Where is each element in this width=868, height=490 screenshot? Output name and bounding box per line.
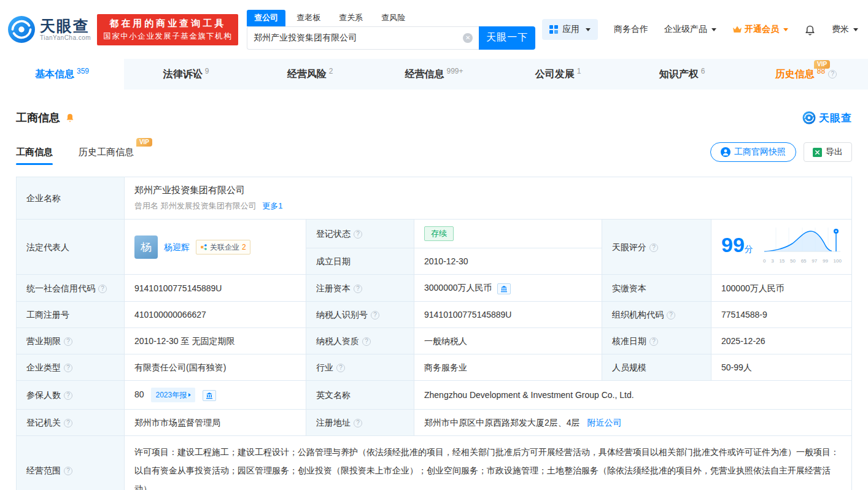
related-companies-icon: [200, 243, 207, 251]
paid-capital-value: 100000万人民币: [721, 283, 785, 293]
taxpayer-id-label: 纳税人识别号: [316, 310, 368, 320]
tab-label: 经营风险: [287, 68, 327, 81]
help-icon[interactable]: [354, 419, 362, 427]
open-vip-label: 开通会员: [745, 24, 779, 35]
open-vip-menu[interactable]: 开通会员: [732, 24, 788, 35]
tab-label: 公司发展: [535, 68, 575, 81]
reg-status-label: 登记状态: [316, 229, 351, 239]
tab-count: 1: [577, 67, 581, 75]
subscribe-bell-icon[interactable]: [65, 113, 75, 123]
search-tab-relation[interactable]: 查关系: [331, 10, 370, 26]
subtab-history-business-info[interactable]: 历史工商信息 VIP: [79, 147, 134, 158]
tab-business-info[interactable]: 经营信息999+: [372, 59, 496, 90]
help-icon[interactable]: [64, 364, 72, 372]
english-name-label: 英文名称: [316, 390, 351, 400]
apps-menu[interactable]: 应用: [542, 19, 598, 40]
tab-legal-litigation[interactable]: 法律诉讼9: [124, 59, 248, 90]
approval-date-label: 核准日期: [612, 336, 646, 346]
excel-export-icon: [813, 148, 822, 157]
help-icon[interactable]: [64, 419, 72, 427]
address-label: 注册地址: [316, 418, 351, 427]
tab-basic-info[interactable]: 基本信息359: [0, 59, 124, 90]
company-name-label-cell: 企业名称: [17, 177, 125, 220]
help-icon[interactable]: [354, 230, 362, 239]
org-code-value: 77514588-9: [721, 310, 767, 320]
paid-capital-label-cell: 实缴资本: [602, 275, 711, 302]
approval-date-label-cell: 核准日期: [602, 328, 711, 354]
help-icon[interactable]: [64, 337, 72, 346]
search-tab-company[interactable]: 查公司: [247, 10, 285, 26]
export-button[interactable]: 导出: [804, 142, 852, 162]
help-icon[interactable]: [362, 337, 371, 346]
insured-history-icon[interactable]: [203, 390, 216, 401]
reg-authority-value-cell: 郑州市市场监督管理局: [125, 410, 306, 436]
help-icon[interactable]: [354, 285, 362, 293]
company-type-label: 企业类型: [26, 362, 61, 372]
tianyancha-watermark: 天眼查: [802, 111, 852, 125]
address-label-cell: 注册地址: [306, 410, 414, 436]
help-icon[interactable]: [649, 243, 658, 252]
row-company-type: 企业类型 有限责任公司(国有独资) 行业 商务服务业 人员规模 50-99人: [17, 354, 852, 381]
tab-operating-risk[interactable]: 经营风险2: [248, 59, 372, 90]
chevron-down-icon: [711, 28, 716, 31]
clear-icon[interactable]: [463, 33, 473, 43]
tab-label: 基本信息: [35, 68, 74, 81]
search-input[interactable]: [254, 33, 463, 43]
help-icon[interactable]: [828, 70, 837, 78]
tab-label: 经营信息: [405, 68, 444, 81]
related-companies-tag[interactable]: 关联企业 2: [196, 240, 250, 255]
nearby-companies-link[interactable]: 附近公司: [587, 418, 621, 427]
tab-count: 2: [329, 67, 333, 75]
row-credit-capital: 统一社会信用代码 91410100775145889U 注册资本 3000000…: [17, 275, 852, 302]
tab-company-development[interactable]: 公司发展1: [496, 59, 620, 90]
legal-rep-name-link[interactable]: 杨迎辉: [164, 241, 190, 253]
insured-count-label-cell: 参保人数: [17, 381, 125, 410]
official-snapshot-button[interactable]: 工商官网快照: [710, 142, 796, 162]
help-icon[interactable]: [64, 467, 72, 475]
capital-change-icon[interactable]: [497, 283, 511, 294]
staff-size-value: 50-99人: [721, 362, 752, 372]
taxpayer-quality-label: 纳税人资质: [316, 336, 359, 346]
help-icon[interactable]: [667, 311, 675, 320]
help-icon[interactable]: [649, 337, 658, 346]
taxpayer-quality-value: 一般纳税人: [424, 336, 467, 346]
score-curve-chart: [763, 226, 842, 255]
address-value-cell: 郑州市中原区中原西路郑发大厦2层、4层 附近公司: [414, 410, 852, 436]
tab-intellectual-property[interactable]: 知识产权6: [620, 59, 744, 90]
enterprise-products-label: 企业级产品: [664, 24, 707, 35]
est-date-label: 成立日期: [316, 256, 351, 266]
help-icon[interactable]: [371, 311, 379, 320]
reg-capital-value: 3000000万人民币: [424, 283, 492, 293]
user-menu[interactable]: 费米: [832, 24, 858, 35]
search-tab-boss[interactable]: 查老板: [289, 10, 328, 26]
help-icon[interactable]: [98, 285, 107, 293]
notifications-button[interactable]: [804, 23, 816, 36]
staff-size-value-cell: 50-99人: [711, 354, 852, 381]
search-tab-risk[interactable]: 查风险: [374, 10, 413, 26]
english-name-value-cell: Zhengzhou Development & Investment Group…: [414, 381, 852, 410]
industry-label: 行业: [316, 362, 333, 372]
help-icon[interactable]: [64, 391, 72, 400]
search-button[interactable]: 天眼一下: [479, 26, 535, 50]
username: 费米: [832, 24, 849, 35]
org-code-label: 组织机构代码: [612, 310, 664, 320]
company-name-value-cell: 郑州产业投资集团有限公司 曾用名 郑州发展投资集团有限公司 更多1: [125, 177, 852, 220]
help-icon[interactable]: [336, 364, 345, 372]
reg-number-value: 410100000066627: [134, 310, 206, 320]
avatar[interactable]: 杨: [134, 235, 158, 259]
promo-banner[interactable]: 都在用的商业查询工具 国家中小企业发展子基金旗下机构: [97, 14, 238, 45]
tab-history-info[interactable]: 历史信息 88 VIP: [744, 59, 868, 90]
tick: 99: [823, 255, 828, 267]
subtab-business-info[interactable]: 工商信息: [16, 147, 53, 158]
tianyancha-logo[interactable]: 天眼查 TianYanCha.com: [7, 15, 91, 44]
est-date-value-cell: 2010-12-30: [414, 248, 602, 275]
row-insured-english: 参保人数 80 2023年报 英文名称 Zhengzhou Developmen…: [17, 381, 852, 410]
paid-capital-value-cell: 100000万人民币: [711, 275, 852, 302]
crown-icon: [732, 25, 742, 34]
annual-report-tag[interactable]: 2023年报: [151, 388, 195, 402]
business-cooperation-link[interactable]: 商务合作: [614, 24, 648, 35]
enterprise-products-menu[interactable]: 企业级产品: [664, 24, 716, 35]
row-company-name: 企业名称 郑州产业投资集团有限公司 曾用名 郑州发展投资集团有限公司 更多1: [17, 177, 852, 220]
export-label: 导出: [826, 147, 843, 158]
former-name-more-link[interactable]: 更多1: [262, 201, 282, 210]
